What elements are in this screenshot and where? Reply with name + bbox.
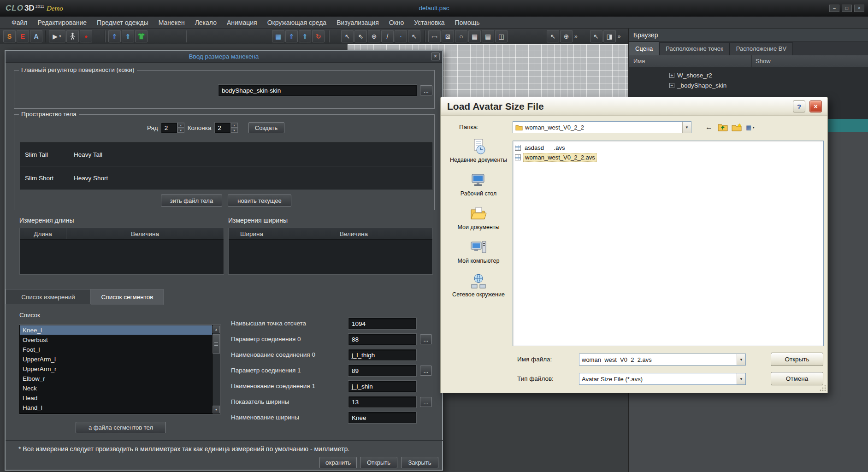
menu-settings[interactable]: Установка [409,19,449,26]
measure-tool-button[interactable]: ↖ [408,30,420,42]
create-button[interactable]: Создать [248,122,284,133]
spin-up-icon[interactable]: ▲ [177,123,184,128]
play-button[interactable]: ▶ ▼ [49,30,65,42]
menu-garment[interactable]: Предмет одежды [92,19,154,26]
place-network[interactable]: Сетевое окружение [448,272,509,298]
viewport-select-button[interactable]: ↖ [547,30,559,42]
spin-down-icon[interactable]: ▼ [231,128,238,133]
length-col[interactable]: Длина [20,228,66,239]
avatar-mode-button[interactable]: A [30,30,42,42]
record-button[interactable]: ● [80,30,92,42]
pen-tool-button[interactable]: / [381,30,394,42]
save-button[interactable]: охранить [319,457,357,468]
place-desktop[interactable]: Рабочий стол [448,171,509,197]
place-my-documents[interactable]: Мои документы [448,205,509,231]
menu-render[interactable]: Визуализация [331,19,384,26]
resize-grip[interactable] [820,385,827,392]
help-button[interactable]: ? [793,100,805,112]
update-current-button[interactable]: новить текущее [228,195,291,206]
edit-mode-button[interactable]: E [17,30,29,42]
column-spinner[interactable]: 2 ▲ ▼ [215,123,238,133]
close-dialog-button[interactable]: Закрыть [401,457,438,468]
width-index-input[interactable]: 13 [348,396,416,407]
column-spin-arrows[interactable]: ▲ ▼ [231,123,238,133]
menu-pattern[interactable]: Лекало [190,19,222,26]
open-file-button[interactable]: Открыть [771,353,823,366]
toolbar-overflow-icon[interactable]: » [574,33,578,40]
simulation-mode-button[interactable]: S [3,30,16,42]
menu-environment[interactable]: Окружающая среда [262,19,331,26]
highest-point-input[interactable]: 1094 [348,318,416,329]
segment-file-button[interactable]: а файла сегментов тел [76,422,166,433]
folder-combobox[interactable]: woman_west_V0_2_2 ▼ [513,121,691,133]
cancel-button[interactable]: Отмена [771,372,823,385]
column-header-name[interactable]: Имя [629,55,752,67]
joint-param-0-input[interactable]: 88 [348,334,416,345]
add-point-button[interactable]: ⊕ [368,30,380,42]
tab-segment-list[interactable]: Список сегментов [91,289,164,305]
walk-animation-button[interactable] [66,30,79,42]
pattern-select-button[interactable]: ↖ [590,30,602,42]
filename-combobox[interactable]: woman_west_V0_2_2.avs ▼ [579,354,746,366]
column-value[interactable]: 2 [215,123,230,133]
cell-heavy-tall[interactable]: Heavy Tall [68,143,432,166]
filetype-combobox[interactable]: Avatar Size File (*.avs) ▼ [579,373,746,385]
minimize-button[interactable]: – [829,5,839,12]
circle-tool-button[interactable]: ○ [455,30,467,42]
cell-heavy-short[interactable]: Heavy Short [68,166,432,189]
tab-point-layout[interactable]: Расположение точек [659,42,729,55]
value-col[interactable]: Величина [66,228,224,239]
joint-name-1-input[interactable]: j_l_shin [348,381,416,392]
up-one-level-button[interactable] [716,121,729,133]
import-avatar-button[interactable]: ⇑ [122,30,134,42]
menu-edit[interactable]: Редактирование [32,19,92,26]
joint-param-0-browse-button[interactable]: ... [420,334,432,344]
rectangle-tool-button[interactable]: ▭ [428,30,441,42]
tree-row[interactable]: − _bodyShape_skin [629,80,868,90]
menu-window[interactable]: Окно [384,19,409,26]
xp-close-button[interactable]: × [809,100,822,112]
cell-slim-short[interactable]: Slim Short [20,166,68,189]
spin-up-icon[interactable]: ▲ [231,123,238,128]
expand-icon[interactable]: + [669,73,674,78]
show-garment-button[interactable] [135,30,148,42]
column-header-show[interactable]: Show [752,55,868,67]
maximize-button[interactable]: □ [842,5,852,12]
place-my-computer[interactable]: Мой компьютер [448,239,509,265]
file-name-selected[interactable]: woman_west_V0_2_2.avs [523,153,597,162]
menu-help[interactable]: Помощь [450,19,485,26]
file-list[interactable]: asdasd___.avs woman_west_V0_2_2.avs [513,141,824,346]
xp-dialog-titlebar[interactable]: Load Avatar Size File [441,97,827,116]
avatar-dialog-close-button[interactable]: × [431,53,440,60]
spin-down-icon[interactable]: ▼ [177,128,184,133]
skin-browse-button[interactable]: ... [420,85,432,95]
back-button[interactable]: ← [703,121,715,133]
view-menu-button[interactable]: ▦ ▼ [744,121,757,133]
width-name-input[interactable]: Knee [348,412,416,423]
file-row[interactable]: woman_west_V0_2_2.avs [515,153,823,162]
width-col[interactable]: Ширина [229,228,275,239]
load-body-file-button[interactable]: зить файл тела [161,195,222,206]
joint-param-1-input[interactable]: 89 [348,365,416,376]
split-view-button[interactable]: ◫ [495,30,508,42]
width-index-browse-button[interactable]: ... [420,397,432,407]
grid-tool-button[interactable]: ▦ [468,30,481,42]
sync-up-2-button[interactable]: ⇑ [299,30,311,42]
point-tool-button[interactable]: · [395,30,407,42]
close-button[interactable]: × [854,5,864,12]
toolbar-overflow-icon[interactable]: » [618,33,621,40]
row-spin-arrows[interactable]: ▲ ▼ [177,123,184,133]
filetype-dropdown-icon[interactable]: ▼ [737,373,745,384]
row-value[interactable]: 2 [161,123,177,133]
menu-avatar[interactable]: Манекен [154,19,190,26]
tab-measure-list[interactable]: Список измерений [6,289,91,304]
filename-dropdown-icon[interactable]: ▼ [737,354,745,365]
menu-file[interactable]: Файл [6,19,32,26]
folder-dropdown-icon[interactable]: ▼ [682,122,691,133]
new-folder-button[interactable] [730,121,743,133]
box-select-button[interactable]: ⇖ [354,30,367,42]
cell-slim-tall[interactable]: Slim Tall [20,143,68,166]
place-recent[interactable]: Недавние документы [448,138,509,164]
tab-scene[interactable]: Сцена [629,41,659,55]
refresh-button[interactable]: ↻ [312,30,325,42]
